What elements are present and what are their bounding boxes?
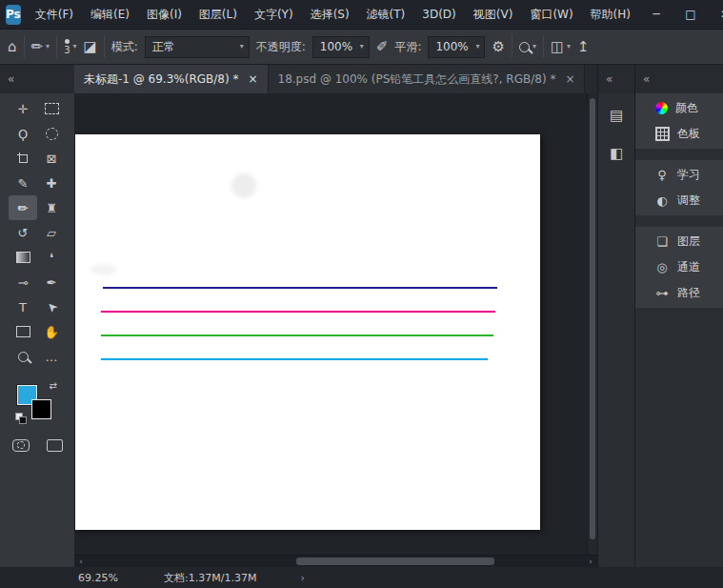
gradient-tool[interactable] bbox=[9, 245, 37, 270]
share-icon[interactable]: ↥ bbox=[577, 40, 590, 54]
menu-type[interactable]: 文字(Y) bbox=[246, 0, 302, 29]
paths-icon: ⊶ bbox=[654, 286, 670, 300]
panel-tab-adjustments[interactable]: ◐调整 bbox=[635, 188, 723, 213]
pressure-opacity-icon[interactable]: ✐ bbox=[376, 40, 389, 54]
hand-tool-icon: ✋ bbox=[44, 326, 59, 338]
home-icon[interactable]: ⌂ bbox=[8, 40, 17, 54]
layers-icon: ❏ bbox=[654, 234, 670, 249]
blur-tool[interactable]: ❛ bbox=[37, 245, 66, 270]
pencil-tool[interactable]: ✏ bbox=[9, 195, 37, 220]
workspace-switcher[interactable]: ◫ ▾ bbox=[551, 40, 571, 54]
hand-tool[interactable]: ✋ bbox=[37, 319, 66, 344]
dodge-tool-icon: ⊸ bbox=[18, 276, 29, 289]
panel-tab-learn[interactable]: ♀学习 bbox=[635, 162, 723, 188]
zoom-level[interactable]: 69.25% bbox=[78, 572, 164, 584]
collapse-dock-icon[interactable]: « bbox=[606, 72, 613, 86]
eraser-tool[interactable]: ▱ bbox=[37, 220, 66, 245]
background-color[interactable] bbox=[31, 399, 51, 419]
menu-filter[interactable]: 滤镜(T) bbox=[358, 0, 414, 29]
document-tabs: 未标题-1 @ 69.3%(RGB/8) *×18.psd @ 100% (PS… bbox=[74, 65, 585, 93]
close-button[interactable]: ✕ bbox=[708, 0, 723, 29]
brush-settings-panel-icon[interactable]: ◪ bbox=[84, 40, 97, 54]
status-chevron-icon[interactable]: › bbox=[300, 572, 304, 584]
clone-stamp-tool[interactable]: ♜ bbox=[37, 195, 66, 220]
brush-preset-picker[interactable]: 3 ▾ bbox=[64, 39, 76, 55]
smoothing-gear-icon[interactable]: ⚙ bbox=[492, 40, 504, 54]
tab-18-psd[interactable]: 18.psd @ 100% (PS铅笔工具怎么画直线?, RGB/8) *× bbox=[269, 65, 586, 93]
opacity-value: 100% bbox=[320, 40, 352, 53]
mode-select[interactable]: 正常 ▾ bbox=[145, 36, 250, 58]
panel-tab-color[interactable]: 颜色 bbox=[635, 95, 723, 121]
canvas-area[interactable] bbox=[74, 93, 597, 555]
crop-tool[interactable] bbox=[9, 146, 37, 171]
brush-preview: 3 bbox=[64, 39, 70, 55]
search-button[interactable]: ▾ bbox=[519, 42, 536, 52]
menu-image[interactable]: 图像(I) bbox=[138, 0, 191, 29]
canvas-page[interactable] bbox=[75, 134, 540, 530]
collapsed-dock-header: « bbox=[598, 65, 634, 93]
scroll-right-icon[interactable]: › bbox=[584, 557, 597, 566]
panel-tab-swatches[interactable]: 色板 bbox=[635, 121, 723, 147]
tool-preset-picker[interactable]: ✏ ▾ bbox=[31, 38, 50, 55]
quick-selection-tool[interactable] bbox=[37, 121, 66, 146]
swap-colors-icon[interactable]: ⇄ bbox=[50, 380, 57, 391]
menu-window[interactable]: 窗口(W) bbox=[521, 0, 581, 29]
collapsed-panel-b-icon[interactable]: ◧ bbox=[604, 141, 629, 166]
horizontal-scrollbar[interactable]: ‹ › bbox=[74, 555, 597, 567]
healing-brush-tool[interactable]: ✚ bbox=[37, 171, 66, 195]
eyedropper-tool[interactable]: ✎ bbox=[9, 171, 37, 195]
brush-smudge bbox=[90, 264, 117, 275]
quick-mask-button[interactable] bbox=[12, 439, 30, 452]
menu-file[interactable]: 文件(F) bbox=[27, 0, 82, 29]
default-colors-icon[interactable] bbox=[15, 413, 27, 424]
menu-edit[interactable]: 编辑(E) bbox=[82, 0, 138, 29]
menu-select[interactable]: 选择(S) bbox=[302, 0, 358, 29]
color-wheel-icon bbox=[655, 102, 668, 114]
zoom-tool[interactable] bbox=[9, 344, 37, 369]
panel-tab-paths[interactable]: ⊶路径 bbox=[635, 280, 723, 306]
vscroll-thumb[interactable] bbox=[590, 98, 595, 539]
tab-close-icon[interactable]: × bbox=[248, 72, 257, 86]
move-tool[interactable]: ✛ bbox=[9, 96, 37, 121]
panel-label: 图层 bbox=[677, 233, 700, 250]
menu-layer[interactable]: 图层(L) bbox=[191, 0, 246, 29]
vertical-scrollbar[interactable] bbox=[587, 93, 597, 555]
hscroll-thumb[interactable] bbox=[296, 558, 494, 565]
menu-help[interactable]: 帮助(H) bbox=[582, 0, 639, 29]
menu-3d[interactable]: 3D(D) bbox=[413, 0, 464, 29]
rectangular-marquee-tool[interactable] bbox=[37, 96, 66, 121]
screen-mode-button[interactable] bbox=[47, 439, 63, 452]
minimize-button[interactable]: ─ bbox=[639, 0, 673, 29]
drawn-line bbox=[103, 287, 497, 289]
more-tools[interactable]: … bbox=[37, 344, 66, 369]
scroll-left-icon[interactable]: ‹ bbox=[74, 557, 88, 566]
drawn-line bbox=[101, 358, 488, 360]
collapsed-panel-a-icon[interactable]: ▤ bbox=[604, 103, 629, 128]
lasso-tool[interactable]: Ϙ bbox=[9, 121, 37, 146]
panel-tab-layers[interactable]: ❏图层 bbox=[635, 229, 723, 254]
history-brush-tool[interactable]: ↺ bbox=[9, 220, 37, 245]
shape-tool-icon bbox=[16, 326, 30, 337]
smoothing-input[interactable]: 100% ▾ bbox=[428, 36, 485, 58]
dodge-tool[interactable]: ⊸ bbox=[9, 270, 37, 294]
frame-tool[interactable]: ⊠ bbox=[37, 146, 66, 171]
maximize-button[interactable]: □ bbox=[673, 0, 708, 29]
type-tool[interactable]: T bbox=[9, 294, 37, 319]
tab-close-icon[interactable]: × bbox=[565, 72, 574, 86]
collapse-tools-icon[interactable]: « bbox=[8, 72, 14, 86]
opacity-input[interactable]: 100% ▾ bbox=[312, 36, 370, 58]
menu-view[interactable]: 视图(V) bbox=[465, 0, 522, 29]
path-selection-tool[interactable]: ➤ bbox=[37, 294, 66, 319]
chevron-down-icon: ▾ bbox=[73, 43, 77, 51]
menu-bar: Ps 文件(F)编辑(E)图像(I)图层(L)文字(Y)选择(S)滤镜(T)3D… bbox=[0, 0, 723, 29]
zoom-tool-icon bbox=[18, 352, 29, 362]
document-info: 文档:1.37M/1.37M bbox=[164, 571, 256, 585]
tab-untitled-1[interactable]: 未标题-1 @ 69.3%(RGB/8) *× bbox=[74, 65, 269, 93]
shape-tool[interactable] bbox=[9, 319, 37, 344]
panel-tab-channels[interactable]: ◎通道 bbox=[635, 254, 723, 280]
hscroll-track[interactable] bbox=[88, 556, 584, 567]
pencil-tool-icon: ✏ bbox=[18, 202, 29, 214]
pen-tool[interactable]: ✒ bbox=[37, 270, 66, 294]
collapse-panels-icon[interactable]: « bbox=[643, 72, 650, 86]
chevron-down-icon: ▾ bbox=[46, 43, 50, 51]
